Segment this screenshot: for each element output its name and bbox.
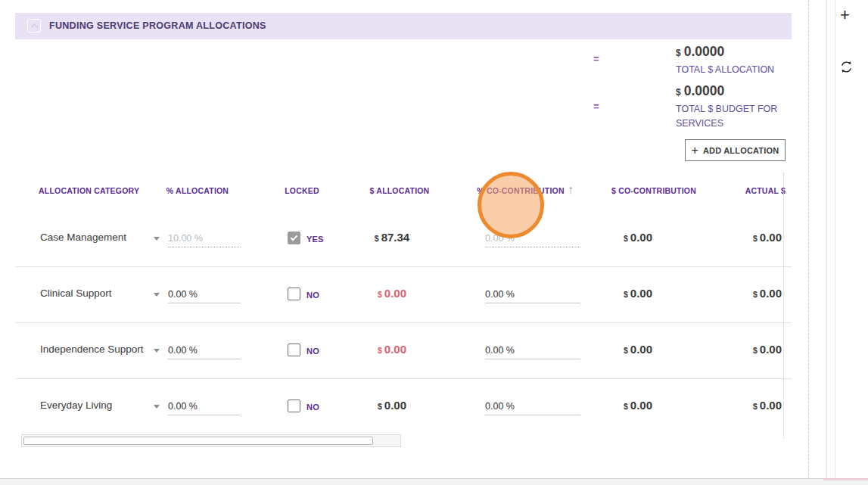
allocation-category-select[interactable]: Independence Support [40, 344, 144, 355]
chevron-down-icon[interactable] [154, 237, 160, 241]
right-rail-divider [826, 0, 827, 479]
cocontribution-amount: $0.00 [589, 399, 687, 412]
actual-amount: $0.00 [717, 231, 782, 244]
currency-symbol: $ [624, 290, 628, 299]
table-row: Independence Support 0.00 % NO $0.00 0.0… [15, 323, 792, 379]
currency-symbol: $ [624, 234, 628, 243]
table-rows: Case Management 10.00 % YES $87.34 0.00 … [15, 211, 792, 435]
amount-value: 0.00 [630, 287, 652, 300]
plus-icon: + [692, 145, 698, 157]
chevron-down-icon[interactable] [154, 293, 160, 297]
actual-amount: $0.00 [717, 287, 782, 300]
locked-label: NO [306, 291, 319, 300]
locked-label: NO [306, 347, 319, 356]
pct-cocontribution-input[interactable]: 0.00 % [485, 397, 580, 415]
column-header-dollar-cocontribution[interactable]: $ CO-CONTRIBUTION [597, 186, 711, 195]
amount-value: 0.00 [384, 343, 406, 356]
pct-cocontribution-input[interactable]: 0.00 % [485, 285, 580, 303]
amount-value: 0.00 [760, 287, 782, 300]
locked-checkbox[interactable] [288, 232, 300, 244]
check-icon [291, 234, 298, 241]
allocation-amount: $0.00 [354, 287, 430, 300]
table-row: Everyday Living 0.00 % NO $0.00 0.00 % $… [15, 379, 792, 435]
currency-symbol: $ [378, 290, 382, 299]
amount-value: 0.0000 [684, 44, 725, 59]
column-header-allocation-category[interactable]: ALLOCATION CATEGORY [39, 186, 139, 195]
right-rail-divider [835, 0, 835, 479]
panel-boundary-dashed [808, 0, 809, 479]
panel-title: FUNDING SERVICE PROGRAM ALLOCATIONS [49, 13, 266, 39]
column-header-pct-cocontribution[interactable]: % CO-CONTRIBUTION [464, 186, 577, 195]
amount-value: 0.00 [630, 343, 652, 356]
pct-allocation-input[interactable]: 10.00 % [168, 229, 241, 247]
table-row: Clinical Support 0.00 % NO $0.00 0.00 % … [15, 267, 792, 323]
sort-ascending-icon: ↑ [568, 183, 574, 197]
chevron-down-icon[interactable] [154, 349, 160, 353]
pct-allocation-input[interactable]: 0.00 % [168, 285, 241, 303]
funding-allocations-screen: FUNDING SERVICE PROGRAM ALLOCATIONS = $0… [0, 0, 868, 485]
currency-symbol: $ [624, 402, 628, 411]
amount-value: 0.00 [384, 287, 406, 300]
column-header-pct-allocation[interactable]: % ALLOCATION [148, 186, 247, 195]
actual-amount: $0.00 [717, 343, 782, 356]
amount-value: 0.00 [760, 343, 782, 356]
allocation-category-select[interactable]: Case Management [40, 232, 126, 243]
amount-value: 0.00 [630, 399, 652, 412]
bottom-accent [823, 478, 868, 480]
pct-allocation-input[interactable]: 0.00 % [168, 341, 241, 359]
add-icon[interactable]: + [840, 5, 850, 25]
allocation-amount: $87.34 [354, 231, 430, 244]
chevron-up-icon [30, 23, 38, 31]
equals-sign: = [593, 53, 599, 64]
allocation-amount: $0.00 [354, 343, 430, 356]
column-header-locked[interactable]: LOCKED [257, 186, 347, 195]
cocontribution-amount: $0.00 [589, 343, 687, 356]
allocation-category-select[interactable]: Everyday Living [40, 400, 112, 411]
total-budget-value: $0.0000 [676, 83, 724, 99]
pct-allocation-input[interactable]: 0.00 % [168, 397, 241, 415]
amount-value: 87.34 [381, 231, 410, 244]
allocation-category-select[interactable]: Clinical Support [40, 288, 112, 299]
scrollbar-thumb[interactable] [23, 437, 373, 445]
amount-value: 0.00 [760, 399, 782, 412]
currency-symbol: $ [676, 48, 681, 58]
total-allocation-label: TOTAL $ ALLOCATION [676, 63, 774, 77]
pct-cocontribution-input[interactable]: 0.00 % [485, 341, 580, 359]
currency-symbol: $ [753, 234, 758, 243]
currency-symbol: $ [624, 346, 628, 355]
locked-checkbox[interactable] [288, 400, 300, 412]
column-header-actual[interactable]: ACTUAL $ [710, 186, 786, 195]
cocontribution-amount: $0.00 [589, 287, 687, 300]
panel-header: FUNDING SERVICE PROGRAM ALLOCATIONS [15, 13, 792, 39]
amount-value: 0.00 [760, 231, 782, 244]
amount-value: 0.00 [384, 399, 406, 412]
locked-label: YES [306, 235, 324, 244]
locked-label: NO [306, 403, 319, 412]
currency-symbol: $ [375, 234, 379, 243]
cocontribution-amount: $0.00 [589, 231, 687, 244]
currency-symbol: $ [753, 290, 758, 299]
allocation-amount: $0.00 [354, 399, 430, 412]
horizontal-scrollbar[interactable] [21, 434, 401, 447]
add-allocation-button[interactable]: + ADD ALLOCATION [685, 139, 786, 161]
currency-symbol: $ [378, 402, 382, 411]
pct-cocontribution-input[interactable]: 0.00 % [485, 229, 580, 247]
bottom-bar [0, 478, 868, 485]
currency-symbol: $ [753, 346, 758, 355]
currency-symbol: $ [676, 87, 681, 98]
chevron-down-icon[interactable] [154, 405, 160, 409]
locked-checkbox[interactable] [288, 344, 300, 356]
amount-value: 0.00 [630, 231, 652, 244]
column-guide-dotted [783, 173, 784, 439]
amount-value: 0.0000 [684, 83, 725, 98]
currency-symbol: $ [378, 346, 382, 355]
add-allocation-label: ADD ALLOCATION [703, 146, 779, 155]
column-header-dollar-allocation[interactable]: $ ALLOCATION [354, 186, 445, 195]
locked-checkbox[interactable] [288, 288, 300, 300]
currency-symbol: $ [753, 402, 758, 411]
total-budget-label: TOTAL $ BUDGET FOR SERVICES [676, 102, 786, 132]
actual-amount: $0.00 [717, 399, 782, 412]
collapse-section-button[interactable] [27, 19, 41, 33]
table-row: Case Management 10.00 % YES $87.34 0.00 … [15, 211, 792, 267]
refresh-icon[interactable] [839, 60, 854, 74]
